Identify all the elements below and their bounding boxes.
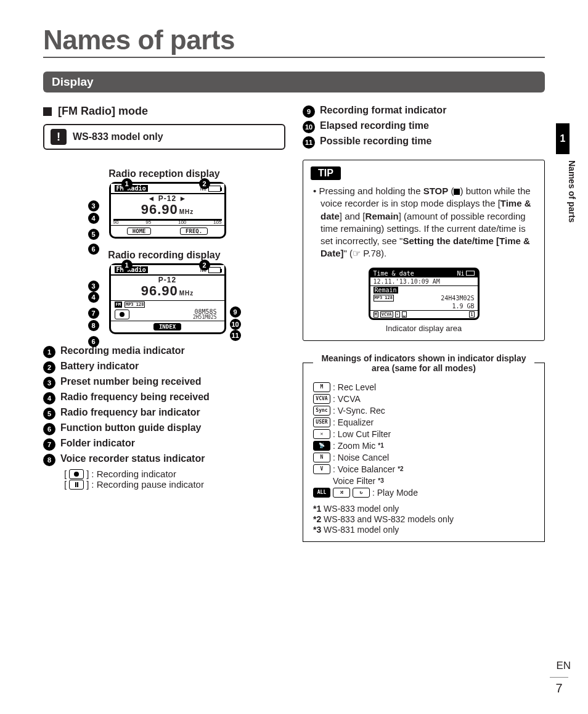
- play-mode-icon-repeat: ↻: [353, 488, 370, 498]
- left-column: [FM Radio] mode ! WS-833 model only Radi…: [43, 105, 285, 542]
- callout-r9: 9: [230, 306, 241, 318]
- ind-vfilter: Voice Filter: [333, 476, 375, 486]
- tip-lcd-row3: Remain: [370, 285, 478, 294]
- ind-lowcut: : Low Cut Filter: [333, 429, 391, 439]
- language-indicator: EN: [556, 660, 571, 672]
- tick-90: 90: [113, 220, 119, 225]
- recording-pause-icon: [69, 480, 84, 490]
- right-column: 9Recording format indicator 10Elapsed re…: [303, 105, 545, 542]
- fn-index: INDEX: [153, 323, 181, 330]
- ind-vcva: : VCVA: [333, 394, 361, 404]
- tip-lcd-ind4: ␣: [402, 311, 407, 318]
- subsection-bar: Display: [43, 72, 545, 92]
- lcd-rec-frequency-value: 96.90: [141, 283, 178, 298]
- legend-num-8: 8: [43, 454, 55, 466]
- tip-lcd-row2: 12.11.'13.10:09 AM: [370, 277, 478, 285]
- tip-pre: Pressing and holding the: [319, 186, 423, 196]
- legend-num-3: 3: [43, 377, 55, 389]
- recording-display-title: Radio recording display: [43, 250, 285, 261]
- tip-stop: STOP: [423, 186, 449, 196]
- legend-5: Radio frequency bar indicator: [60, 407, 200, 418]
- ind-play: : Play Mode: [372, 488, 418, 498]
- callout-r1: 1: [121, 260, 133, 271]
- tip-caption: Indicator display area: [311, 324, 537, 333]
- ind-rec-level: : Rec Level: [333, 382, 376, 392]
- tick-105: 105: [213, 220, 221, 225]
- legend-7: Folder indicator: [60, 438, 135, 449]
- remain-time: 2H51M02S: [132, 315, 221, 320]
- legend-num-7: 7: [43, 438, 55, 451]
- legend-3: Preset number being received: [60, 376, 202, 387]
- lcd-rec-status-row: 08M58S 2H51M02S: [111, 308, 224, 321]
- ind-vbal-note: *2: [398, 466, 403, 472]
- legend-list: 1Recording media indicator 2Battery indi…: [43, 345, 285, 466]
- legend-num-5: 5: [43, 408, 55, 420]
- lcd-freq-bar: 90 95 100 105: [113, 219, 222, 224]
- legend-9: Recording format indicator: [320, 105, 446, 118]
- callout-3: 3: [88, 200, 99, 211]
- lcd-rec-frequency-unit: MHz: [179, 290, 194, 297]
- tip-lcd-timedate: Time & date: [374, 270, 414, 277]
- tip-post: " (☞ P.78).: [344, 248, 387, 258]
- lcd-fn-row: HOME FREQ.: [111, 225, 224, 237]
- callout-r6: 6: [88, 336, 99, 347]
- tip-lcd-remain-time: 24H43M02S: [441, 295, 474, 302]
- format-indicator: MP3 128: [125, 302, 145, 308]
- fn1-label: *1: [313, 504, 321, 514]
- tip-lcd: Time & date Ni 12.11.'13.10:09 AM Remain…: [369, 268, 480, 320]
- tip-lcd-row6: M VCVA ✕ ␣ 1: [370, 310, 478, 318]
- legend-6: Function button guide display: [60, 422, 201, 433]
- ind-vbal: : Voice Balancer: [333, 464, 395, 474]
- indicators-legend: Meanings of indicators shown in indicato…: [313, 353, 534, 373]
- mode-heading-text: [FM Radio] mode: [58, 105, 148, 118]
- ind-vsync: : V-Sync. Rec: [333, 406, 385, 416]
- page-number: 7: [550, 677, 568, 696]
- callout-6: 6: [88, 244, 99, 255]
- tip-lcd-batt-label: Ni: [457, 270, 464, 277]
- reception-lcd-wrap: 1 2 3 4 5 6 FM Radio Ni ◄ P-12 ► 96.90MH…: [84, 182, 245, 239]
- square-bullet-icon: [43, 107, 52, 116]
- lcd-rec-folder-row: FM MP3 128: [111, 300, 224, 308]
- callout-r11: 11: [230, 330, 241, 341]
- ind-noise: : Noise Cancel: [333, 453, 389, 462]
- ind-eq: : Equalizer: [333, 417, 374, 427]
- legend-4: Radio frequency being received: [60, 392, 210, 403]
- model-restriction-box: ! WS-833 model only: [43, 124, 285, 150]
- callout-r10: 10: [230, 319, 241, 330]
- vcva-icon: VCVA: [313, 394, 330, 404]
- stop-square-icon: [454, 189, 460, 195]
- tip-lcd-ind5: 1: [469, 311, 474, 318]
- tip-label: TIP: [311, 166, 341, 180]
- fn2: WS-833 and WS-832 models only: [321, 514, 454, 524]
- tip-lcd-row5: 1.9 GB: [370, 302, 478, 310]
- fn3-label: *3: [313, 525, 321, 535]
- recording-lcd: FM Radio Ni P-12 96.90MHz FM MP3 128: [109, 263, 226, 334]
- ind-vfilter-note: *3: [378, 477, 383, 484]
- vsync-icon: Sync: [313, 406, 330, 416]
- page-title: Names of parts: [43, 25, 545, 58]
- tip-lcd-size: 1.9 GB: [452, 303, 474, 310]
- legend-num-9: 9: [303, 105, 315, 118]
- zoom-mic-icon: 📡: [313, 441, 330, 451]
- lcd-frequency-value: 96.90: [141, 202, 178, 217]
- tip-lcd-datetime: 12.11.'13.10:09 AM: [374, 278, 440, 285]
- fn-freq: FREQ.: [180, 228, 208, 235]
- tip-lcd-format: MP3 128: [374, 295, 394, 302]
- exclamation-icon: !: [51, 129, 67, 145]
- tip-mid1: (: [448, 186, 454, 196]
- play-mode-icon-all: ALL: [313, 488, 330, 498]
- legend-11: Possible recording time: [320, 136, 431, 149]
- legend-1: Recording media indicator: [60, 345, 185, 356]
- reception-display-title: Radio reception display: [43, 168, 285, 179]
- lowcut-icon: ✕: [313, 429, 330, 439]
- callout-r7: 7: [88, 308, 99, 319]
- legend-10: Elapsed recording time: [320, 120, 429, 133]
- recording-indicator-icon: [69, 469, 84, 479]
- side-chapter-number: 1: [556, 123, 570, 154]
- mode-heading: [FM Radio] mode: [43, 105, 285, 118]
- sub-ind-8b: : Recording pause indicator: [91, 479, 204, 490]
- side-tab: Names of parts: [567, 160, 577, 223]
- tick-100: 100: [178, 220, 186, 225]
- sub-indicator-recording: []: Recording indicator: [64, 469, 285, 479]
- callout-5: 5: [88, 229, 99, 240]
